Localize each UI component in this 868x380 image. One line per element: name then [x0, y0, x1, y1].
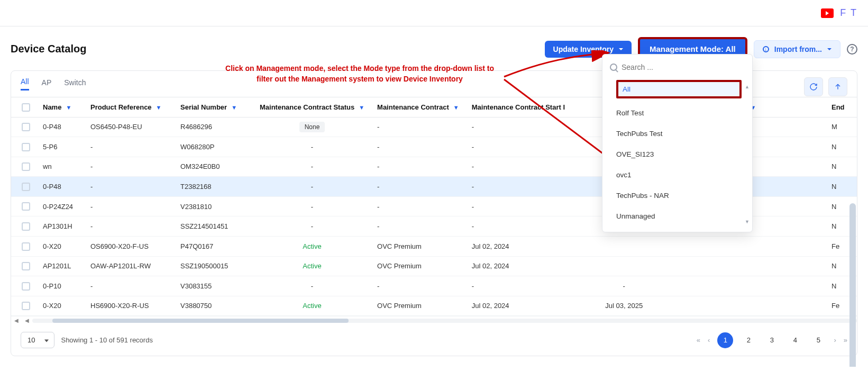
filter-icon[interactable]: ▼ [156, 104, 162, 111]
upload-icon [834, 83, 842, 91]
search-icon [610, 64, 617, 71]
filter-icon[interactable]: ▼ [231, 104, 237, 111]
export-button[interactable] [828, 77, 847, 96]
refresh-button[interactable] [804, 77, 823, 96]
table-row[interactable]: 0-X20OS6900-X20-F-USP47Q0167ActiveOVC Pr… [11, 236, 857, 256]
cell-start: - [465, 216, 571, 237]
row-checkbox[interactable] [22, 262, 30, 270]
import-from-label: Import from... [774, 45, 822, 53]
pager-last[interactable]: » [844, 336, 847, 344]
row-checkbox[interactable] [22, 162, 30, 171]
select-all-checkbox[interactable] [22, 103, 30, 112]
dropdown-item-ovc1[interactable]: ovc1 [616, 169, 747, 181]
scroll-thumb [52, 319, 349, 323]
cell-start-alt [571, 256, 677, 276]
page-size-select[interactable]: 10 [21, 332, 54, 348]
table-row[interactable]: 0-P10-V3083155----N [11, 276, 857, 296]
table-row[interactable]: AP1201LOAW-AP1201L-RWSSZ190500015ActiveO… [11, 256, 857, 276]
help-icon[interactable]: ? [847, 44, 857, 55]
row-checkbox[interactable] [22, 183, 30, 191]
cell-name: 0-X20 [36, 296, 84, 316]
scroll-left-icon-2[interactable]: ◀ [22, 318, 32, 323]
row-checkbox[interactable] [22, 202, 30, 211]
cell-prodref: HS6900-X20-R-US [84, 296, 174, 316]
pager-first[interactable]: « [697, 336, 700, 344]
dropdown-scrollbar[interactable]: ▲ ▼ [745, 84, 749, 224]
cell-end: N [825, 157, 857, 177]
pager-prev[interactable]: ‹ [708, 336, 710, 344]
cell-name: 0-P10 [36, 276, 84, 296]
cell-serial: V3880750 [174, 296, 253, 316]
row-checkbox[interactable] [22, 302, 30, 310]
table-footer: 10 Showing 1 - 10 of 591 records « ‹ 1 2… [11, 324, 857, 356]
scroll-down-icon[interactable]: ▼ [745, 219, 749, 224]
cell-prodref: OAW-AP1201L-RW [84, 256, 174, 276]
dropdown-search-row [602, 60, 752, 77]
cell-serial: P47Q0167 [174, 236, 253, 256]
cell-start-alt: Jul 03, 2025 [571, 296, 677, 316]
cell-mc: - [371, 177, 465, 197]
update-inventory-label: Update Inventory [553, 45, 614, 53]
filter-icon[interactable]: ▼ [453, 104, 459, 111]
cell-mcs: Active [253, 236, 371, 256]
cell-serial: W068280P [174, 137, 253, 157]
tab-all[interactable]: All [21, 77, 29, 91]
col-name: Name [43, 103, 61, 111]
pager-next[interactable]: › [834, 336, 836, 344]
cell-serial: T2382168 [174, 177, 253, 197]
row-checkbox[interactable] [22, 282, 30, 291]
tab-switch[interactable]: Switch [64, 78, 86, 90]
cell-prodref: OS6900-X20-F-US [84, 236, 174, 256]
col-start: Maintenance Contract Start I [472, 103, 565, 111]
pager-page-1[interactable]: 1 [717, 332, 733, 348]
pager-page-2[interactable]: 2 [741, 332, 756, 348]
pager-page-3[interactable]: 3 [764, 332, 780, 348]
scroll-left-icon[interactable]: ◀ [11, 318, 22, 323]
dropdown-search-input[interactable] [622, 63, 745, 71]
management-mode-label: Management Mode: All [650, 44, 736, 53]
panel-toolbar [804, 77, 847, 96]
cell-name: 5-P6 [36, 137, 84, 157]
status-badge: None [299, 122, 325, 132]
dropdown-item-rolf-test[interactable]: Rolf Test [616, 107, 747, 119]
col-end: End [832, 103, 845, 111]
import-from-button[interactable]: Import from... [754, 40, 840, 58]
youtube-icon[interactable] [821, 8, 834, 18]
row-checkbox[interactable] [22, 143, 30, 151]
horizontal-scrollbar[interactable]: ◀ ◀ [11, 316, 857, 324]
cell-serial: OM324E0B0 [174, 157, 253, 177]
dropdown-item-unmanaged[interactable]: Unmanaged [616, 210, 747, 222]
app-top-bar: F T [0, 0, 868, 26]
dropdown-item-techpubs-test[interactable]: TechPubs Test [616, 128, 747, 140]
dropdown-item-techpubs-nar[interactable]: TechPubs - NAR [616, 189, 747, 202]
cell-start: - [465, 177, 571, 197]
filter-icon[interactable]: ▼ [359, 104, 364, 111]
cell-prodref: - [84, 216, 174, 237]
cell-prodref: - [84, 196, 174, 216]
row-checkbox[interactable] [22, 222, 30, 231]
table-row[interactable]: 0-X20HS6900-X20-R-USV3880750ActiveOVC Pr… [11, 296, 857, 316]
row-checkbox[interactable] [22, 242, 30, 251]
cell-mc: - [371, 276, 465, 296]
cell-start: - [465, 157, 571, 177]
cell-prodref: OS6450-P48-EU [84, 117, 174, 137]
pager-page-5[interactable]: 5 [810, 332, 826, 348]
cell-start: - [465, 137, 571, 157]
management-mode-dropdown: All Rolf Test TechPubs Test OVE_SI123 ov… [602, 54, 753, 232]
dropdown-item-ove-si123[interactable]: OVE_SI123 [616, 148, 747, 160]
row-checkbox[interactable] [22, 123, 30, 131]
user-initials[interactable]: F T [840, 7, 857, 19]
cell-name: 0-P24Z24 [36, 196, 84, 216]
cell-start: - [465, 117, 571, 137]
dropdown-item-all[interactable]: All [616, 80, 742, 98]
tab-ap[interactable]: AP [42, 78, 52, 90]
cell-mc: OVC Premium [371, 296, 465, 316]
cell-end: M [825, 117, 857, 137]
pager-page-4[interactable]: 4 [787, 332, 803, 348]
vertical-scrollbar[interactable] [849, 203, 856, 367]
cell-mcs: - [253, 137, 371, 157]
filter-icon[interactable]: ▼ [66, 104, 71, 111]
status-badge: Active [303, 242, 321, 250]
scroll-up-icon[interactable]: ▲ [745, 84, 749, 89]
cell-name: 0-P48 [36, 177, 84, 197]
